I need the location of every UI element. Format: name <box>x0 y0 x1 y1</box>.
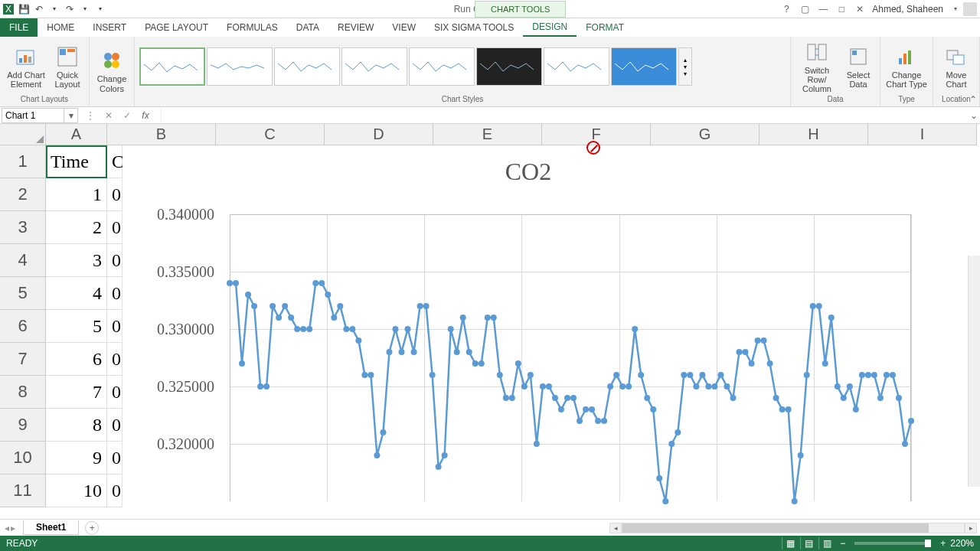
cell-A9[interactable]: 8 <box>46 409 107 442</box>
expand-formula-bar-icon[interactable]: ⌄ <box>968 110 980 121</box>
quick-layout-button[interactable]: Quick Layout <box>51 39 84 94</box>
undo-icon[interactable]: ↶ <box>32 2 46 16</box>
tab-file[interactable]: FILE <box>0 18 38 37</box>
cell-B3[interactable]: 0 <box>107 211 122 244</box>
horizontal-scrollbar[interactable]: ◂ ▸ <box>609 522 977 534</box>
redo-icon[interactable]: ↷ <box>63 2 77 16</box>
cell-B10[interactable]: 0 <box>107 442 122 474</box>
chart-style-8[interactable] <box>611 47 677 86</box>
row-header-9[interactable]: 9 <box>0 409 46 442</box>
col-header-D[interactable]: D <box>325 124 433 145</box>
row-header-3[interactable]: 3 <box>0 211 46 244</box>
col-header-H[interactable]: H <box>760 124 868 145</box>
chart-title[interactable]: CO2 <box>122 145 934 192</box>
cell-A1[interactable]: Time <box>46 145 107 178</box>
cell-B1[interactable]: C <box>107 145 122 178</box>
col-header-F[interactable]: F <box>542 124 651 145</box>
cell-A8[interactable]: 7 <box>46 376 107 409</box>
cell-A11[interactable]: 10 <box>46 474 107 507</box>
col-header-A[interactable]: A <box>46 124 107 145</box>
cell-B8[interactable]: 0 <box>107 376 122 409</box>
row-header-5[interactable]: 5 <box>0 277 46 310</box>
cell-B5[interactable]: 0 <box>107 277 122 310</box>
chart-style-6[interactable] <box>476 47 542 86</box>
tab-design[interactable]: DESIGN <box>523 18 577 37</box>
cell-B2[interactable]: 0 <box>107 178 122 211</box>
collapse-ribbon-icon[interactable]: ⌃ <box>969 94 977 105</box>
cell-A4[interactable]: 3 <box>46 244 107 277</box>
qat-customize-icon[interactable]: ▾ <box>93 2 107 16</box>
tab-page-layout[interactable]: PAGE LAYOUT <box>136 18 217 37</box>
col-header-C[interactable]: C <box>216 124 325 145</box>
tab-data[interactable]: DATA <box>287 18 328 37</box>
cell-B6[interactable]: 0 <box>107 310 122 343</box>
row-header-7[interactable]: 7 <box>0 343 46 376</box>
switch-row-column-button[interactable]: Switch Row/ Column <box>795 39 838 94</box>
chart-style-2[interactable] <box>207 47 273 86</box>
zoom-slider[interactable] <box>854 542 931 545</box>
col-header-B[interactable]: B <box>107 124 216 145</box>
maximize-icon[interactable]: □ <box>835 3 848 15</box>
add-chart-element-button[interactable]: Add Chart Element <box>5 39 47 94</box>
cell-B7[interactable]: 0 <box>107 343 122 376</box>
tab-review[interactable]: REVIEW <box>328 18 383 37</box>
tab-insert[interactable]: INSERT <box>83 18 136 37</box>
select-data-button[interactable]: Select Data <box>841 39 875 94</box>
chart-plot-area[interactable] <box>230 214 911 501</box>
next-sheet-icon[interactable]: ▸ <box>11 523 15 533</box>
chart-style-3[interactable] <box>274 47 340 86</box>
row-header-6[interactable]: 6 <box>0 310 46 343</box>
undo-dropdown-icon[interactable]: ▾ <box>47 2 61 16</box>
user-name[interactable]: Ahmed, Shaheen <box>872 4 943 15</box>
chart-style-4[interactable] <box>341 47 407 86</box>
redo-dropdown-icon[interactable]: ▾ <box>78 2 92 16</box>
cell-A6[interactable]: 5 <box>46 310 107 343</box>
prev-sheet-icon[interactable]: ◂ <box>5 523 9 533</box>
change-chart-type-button[interactable]: Change Chart Type <box>885 39 928 94</box>
tab-view[interactable]: VIEW <box>383 18 425 37</box>
chart-style-1[interactable] <box>139 47 205 86</box>
minimize-icon[interactable]: — <box>817 3 829 15</box>
row-header-2[interactable]: 2 <box>0 178 46 211</box>
tab-format[interactable]: FORMAT <box>577 18 633 37</box>
sheet-tab-sheet1[interactable]: Sheet1 <box>23 520 79 535</box>
ribbon-display-icon[interactable]: ▢ <box>799 3 811 15</box>
select-all-corner[interactable] <box>0 124 46 145</box>
row-header-1[interactable]: 1 <box>0 145 46 178</box>
change-colors-button[interactable]: Change Colors <box>94 44 129 99</box>
row-header-4[interactable]: 4 <box>0 244 46 277</box>
menu-icon[interactable]: ⋮ <box>84 110 96 121</box>
col-header-I[interactable]: I <box>868 124 977 145</box>
name-box-dropdown-icon[interactable]: ▾ <box>64 108 78 123</box>
zoom-level[interactable]: 220% <box>950 538 974 549</box>
cell-A7[interactable]: 6 <box>46 343 107 376</box>
cell-A10[interactable]: 9 <box>46 442 107 474</box>
save-icon[interactable]: 💾 <box>17 2 31 16</box>
page-layout-view-icon[interactable]: ▤ <box>800 537 817 549</box>
zoom-in-icon[interactable]: + <box>940 538 946 549</box>
cell-B4[interactable]: 0 <box>107 244 122 277</box>
tab-formulas[interactable]: FORMULAS <box>217 18 287 37</box>
cell-A3[interactable]: 2 <box>46 211 107 244</box>
chart-style-7[interactable] <box>544 47 609 86</box>
tab-six-sigma[interactable]: SIX SIGMA TOOLS <box>425 18 523 37</box>
page-break-view-icon[interactable]: ▥ <box>818 537 835 549</box>
vertical-scrollbar[interactable] <box>968 256 980 487</box>
tab-home[interactable]: HOME <box>38 18 83 37</box>
row-header-8[interactable]: 8 <box>0 376 46 409</box>
avatar[interactable] <box>963 2 977 16</box>
close-icon[interactable]: ✕ <box>854 3 866 15</box>
name-box[interactable]: Chart 1 <box>2 108 64 123</box>
help-icon[interactable]: ? <box>780 3 792 15</box>
row-header-11[interactable]: 11 <box>0 474 46 507</box>
cell-B9[interactable]: 0 <box>107 409 122 442</box>
cell-A5[interactable]: 4 <box>46 277 107 310</box>
chart-styles-more-button[interactable]: ▴▾▾ <box>678 47 692 86</box>
move-chart-button[interactable]: Move Chart <box>938 39 975 94</box>
fx-icon[interactable]: fx <box>139 110 152 121</box>
zoom-out-icon[interactable]: − <box>840 538 845 549</box>
formula-bar[interactable] <box>161 108 968 123</box>
cell-B11[interactable]: 0 <box>107 474 122 507</box>
col-header-E[interactable]: E <box>433 124 542 145</box>
chart-style-5[interactable] <box>409 47 475 86</box>
